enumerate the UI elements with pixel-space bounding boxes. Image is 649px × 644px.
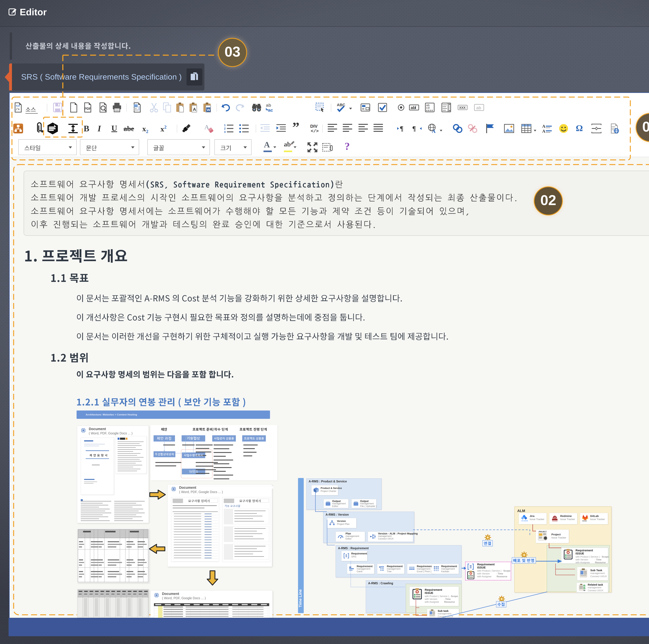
svg-text:ATLASSIAN: ATLASSIAN	[521, 520, 528, 521]
svg-text:GitLab: GitLab	[582, 520, 587, 522]
svg-text:REDMINE: REDMINE	[552, 520, 558, 522]
